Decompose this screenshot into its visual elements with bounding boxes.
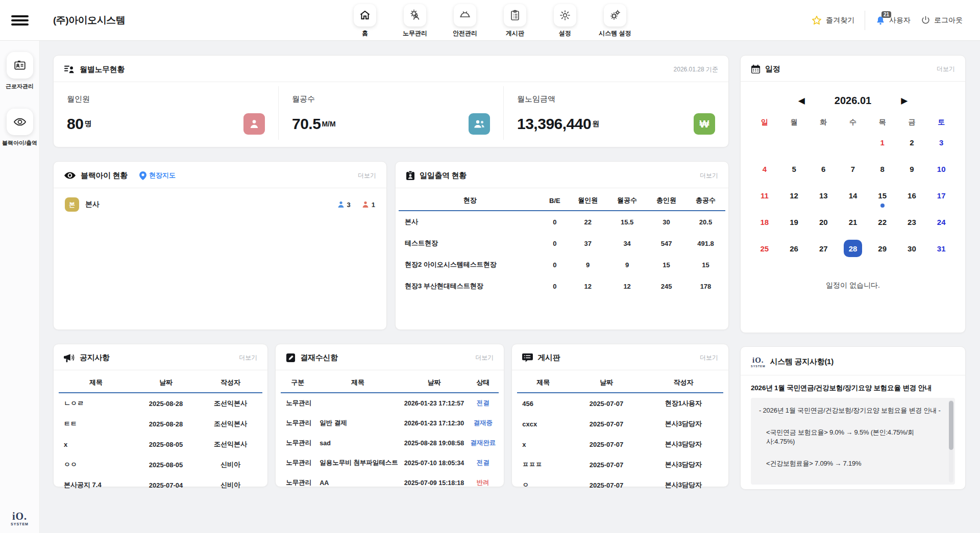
favorites-button[interactable]: 즐겨찾기 bbox=[811, 15, 854, 26]
calendar-day-cell[interactable]: 25 bbox=[750, 235, 779, 262]
logout-button[interactable]: 로그아웃 bbox=[921, 15, 963, 25]
calendar-day-cell[interactable]: 15 bbox=[868, 182, 897, 209]
calendar-day-cell[interactable]: 21 bbox=[838, 209, 868, 235]
nav-item[interactable]: 시스템 설정 bbox=[599, 4, 631, 38]
calendar-day-cell[interactable]: 11 bbox=[750, 182, 779, 209]
table-row[interactable]: cxcx 2025-07-07 본사3담당자 bbox=[517, 414, 723, 434]
nav-item[interactable]: 설정 bbox=[549, 4, 581, 38]
site-count-red: 1 bbox=[372, 201, 375, 209]
calendar-day-cell[interactable]: 16 bbox=[897, 182, 927, 209]
more-link[interactable]: 더보기 bbox=[239, 353, 257, 362]
daily-attendance-card: 일일출역 현황 더보기 현장 B/E 월인원 월공수 총인원 총공수 본 bbox=[395, 161, 729, 330]
calendar-day-cell[interactable]: 12 bbox=[779, 182, 809, 209]
calendar-day-cell[interactable]: 23 bbox=[897, 209, 927, 235]
table-row[interactable]: ㅇ 2025-07-07 본사3담당자 bbox=[517, 475, 723, 495]
megaphone-icon bbox=[64, 353, 75, 363]
table-row[interactable]: ㅍㅍㅍ 2025-07-07 본사3담당자 bbox=[517, 454, 723, 475]
person-red-icon bbox=[362, 201, 369, 208]
calendar-day-cell[interactable]: 26 bbox=[779, 235, 809, 262]
approval-table-row[interactable]: 노무관리 2026-01-23 17:12:57 전결 bbox=[281, 393, 499, 413]
user-button[interactable]: 21 사용자 bbox=[875, 15, 911, 26]
daily-table-row[interactable]: 현장2 아이오시스템테스트현장 0 9 9 15 15 bbox=[399, 254, 725, 275]
stat-unit: 명 bbox=[84, 119, 91, 129]
calendar-day-cell[interactable] bbox=[750, 129, 779, 156]
table-row[interactable]: ㅌㅌ 2025-08-28 조선익본사 bbox=[59, 414, 262, 434]
calendar-day-cell[interactable]: 1 bbox=[868, 129, 897, 156]
table-row[interactable]: x 2025-07-07 본사3담당자 bbox=[517, 434, 723, 454]
approval-table-row[interactable]: 노무관리 AA 2025-07-09 15:18:18 반려 bbox=[281, 473, 499, 493]
nav-item[interactable]: 안전관리 bbox=[449, 4, 481, 38]
daily-table-row[interactable]: 테스트현장 0 37 34 547 491.8 bbox=[399, 233, 725, 254]
approval-table-row[interactable]: 노무관리 일용노무비 첨부파일테스트 2025-07-10 18:05:34 전… bbox=[281, 453, 499, 473]
calendar-day-cell[interactable] bbox=[779, 129, 809, 156]
more-link[interactable]: 더보기 bbox=[937, 65, 955, 73]
stat-label: 월인원 bbox=[67, 94, 265, 104]
calendar-day-cell[interactable]: 22 bbox=[868, 209, 897, 235]
site-row[interactable]: 본 본사 3 1 bbox=[54, 188, 386, 221]
more-link[interactable]: 더보기 bbox=[700, 171, 718, 180]
scrollbar-thumb[interactable] bbox=[949, 401, 953, 450]
user-label: 사용자 bbox=[889, 16, 911, 25]
sidebar-item-blackeye[interactable]: 블랙아이/출역 bbox=[2, 109, 38, 147]
calendar-day-cell[interactable] bbox=[838, 129, 868, 156]
calendar-day-cell[interactable]: 10 bbox=[926, 156, 956, 182]
calendar-day-cell[interactable]: 27 bbox=[808, 235, 838, 262]
calendar-day-cell[interactable]: 7 bbox=[838, 156, 868, 182]
nav-item-label: 게시판 bbox=[506, 29, 524, 38]
stat-unit: M/M bbox=[322, 120, 335, 128]
person-blue-icon bbox=[337, 201, 345, 208]
more-link[interactable]: 더보기 bbox=[358, 171, 376, 180]
iq-system-logo: iO. SYSTEM bbox=[11, 511, 29, 526]
table-row[interactable]: ㄴㅇㄹ 2025-08-28 조선익본사 bbox=[59, 393, 262, 414]
nav-item-icon bbox=[604, 4, 626, 27]
hamburger-menu-icon[interactable] bbox=[0, 13, 40, 28]
calendar-month-label: 2026.01 bbox=[835, 95, 871, 107]
nav-item-label: 홈 bbox=[362, 29, 368, 38]
table-row[interactable]: x 2025-08-05 조선익본사 bbox=[59, 434, 262, 454]
calendar-day-cell[interactable]: 8 bbox=[868, 156, 897, 182]
nav-item[interactable]: 게시판 bbox=[499, 4, 531, 38]
sidebar-item-worker-management[interactable]: 근로자관리 bbox=[2, 52, 38, 90]
table-row[interactable]: 본사공지 7.4 2025-07-04 신비아 bbox=[59, 475, 262, 495]
calendar-day-cell[interactable]: 13 bbox=[808, 182, 838, 209]
more-link[interactable]: 더보기 bbox=[700, 353, 718, 362]
card-title: 월별노무현황 bbox=[80, 65, 125, 74]
nav-item-label: 시스템 설정 bbox=[599, 29, 631, 38]
stat-icon: ₩ bbox=[694, 113, 715, 135]
calendar-day-cell[interactable]: 28 bbox=[838, 235, 868, 262]
calendar-day-cell[interactable]: 9 bbox=[897, 156, 927, 182]
calendar-next-button[interactable]: ▶ bbox=[901, 95, 908, 106]
approval-table-row[interactable]: 노무관리 일반 결제 2026-01-23 17:12:30 결재중 bbox=[281, 413, 499, 433]
calendar-day-cell[interactable]: 20 bbox=[808, 209, 838, 235]
nav-glyph-icon bbox=[459, 9, 471, 21]
calendar-day-cell[interactable]: 29 bbox=[868, 235, 897, 262]
calendar-day-cell[interactable]: 6 bbox=[808, 156, 838, 182]
approval-table-row[interactable]: 노무관리 sad 2025-08-28 19:08:58 결재완료 bbox=[281, 433, 499, 453]
calendar-day-cell[interactable]: 4 bbox=[750, 156, 779, 182]
calendar-day-cell[interactable]: 2 bbox=[897, 129, 927, 156]
calendar-day-cell[interactable]: 24 bbox=[926, 209, 956, 235]
daily-table-row[interactable]: 현장3 부산현대테스트현장 0 12 12 245 178 bbox=[399, 275, 725, 297]
nav-item[interactable]: 홈 bbox=[349, 4, 381, 38]
calendar-day-cell[interactable]: 31 bbox=[926, 235, 956, 262]
calendar-day-cell[interactable]: 18 bbox=[750, 209, 779, 235]
more-link[interactable]: 더보기 bbox=[475, 353, 494, 362]
calendar-day-cell[interactable]: 17 bbox=[926, 182, 956, 209]
table-row[interactable]: 456 2025-07-07 현장1사용자 bbox=[517, 393, 723, 414]
calendar-day-cell[interactable]: 19 bbox=[779, 209, 809, 235]
calendar-grid: 1 2 3 4 5 6 7 8 9 10 11 bbox=[741, 129, 965, 262]
top-bar: (주)아이오시스템 홈 노무관리 안전관리 게시판 설정 시스템 bbox=[0, 0, 980, 41]
calendar-day-header: 화 bbox=[808, 112, 838, 129]
site-map-link[interactable]: 현장지도 bbox=[139, 171, 176, 180]
table-row[interactable]: ㅇㅇ 2025-08-05 신비아 bbox=[59, 454, 262, 475]
nav-item[interactable]: 노무관리 bbox=[399, 4, 431, 38]
calendar-day-cell[interactable] bbox=[808, 129, 838, 156]
stat-icon bbox=[469, 113, 490, 135]
calendar-day-cell[interactable]: 3 bbox=[926, 129, 956, 156]
daily-table-row[interactable]: 본사 0 22 15.5 30 20.5 bbox=[399, 211, 725, 233]
calendar-day-cell[interactable]: 5 bbox=[779, 156, 809, 182]
calendar-day-cell[interactable]: 14 bbox=[838, 182, 868, 209]
calendar-prev-button[interactable]: ◀ bbox=[798, 95, 805, 106]
calendar-day-cell[interactable]: 30 bbox=[897, 235, 927, 262]
system-notice-card: iO.SYSTEM 시스템 공지사항(1) 2026년 1월 국민연금/건강보험… bbox=[740, 346, 966, 490]
